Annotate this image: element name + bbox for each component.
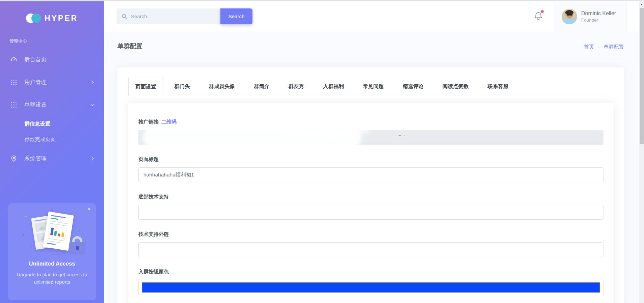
color-picker-input[interactable] (138, 280, 603, 295)
scrollbar-thumb[interactable] (640, 8, 644, 144)
tab-featured-comments[interactable]: 精选评论 (395, 77, 432, 96)
support-link-label: 技术支持外链 (138, 231, 169, 238)
user-name: Dominic Keller (581, 10, 616, 17)
map-pin-icon (10, 155, 18, 162)
search-icon (121, 13, 128, 20)
config-card: 页面设置 群门头 群成员头像 群简介 群友秀 入群福利 常见问题 精选评论 阅读… (117, 67, 624, 303)
logo-text: HYPER (45, 14, 78, 23)
search-button[interactable]: Search (220, 8, 252, 24)
logo-circles-icon (26, 13, 41, 23)
chevron-right-icon (90, 80, 95, 85)
promo-text: Upgrade to plan to get access to unlimit… (17, 271, 87, 286)
page-title-label: 页面标题 (138, 156, 159, 163)
page-title: 单群配置 (117, 42, 142, 50)
tab-page-settings[interactable]: 页面设置 (128, 77, 163, 96)
support-link-input[interactable] (138, 242, 603, 257)
upgrade-promo-card: × (8, 203, 96, 300)
sidebar-subitem-payment-complete[interactable]: 付款完成页面 (0, 132, 104, 147)
join-button-color-field: 入群按钮颜色 (138, 269, 603, 295)
gauge-icon (10, 56, 18, 63)
footer-support-label: 底部技术支持 (138, 194, 169, 200)
browser-top-edge (0, 0, 644, 1)
tab-member-avatars[interactable]: 群成员头像 (201, 77, 243, 96)
search-input[interactable] (131, 13, 212, 19)
main-content: 单群配置 首页 › 单群配置 页面设置 群门头 群成员头像 群简介 群友秀 入群… (104, 32, 639, 303)
breadcrumb: 首页 › 单群配置 (584, 44, 624, 50)
sidebar-item-user-management[interactable]: 用户管理 (0, 71, 104, 93)
mini-bar-chart (48, 225, 67, 239)
sidebar-item-system-management[interactable]: 系统管理 (0, 147, 104, 170)
sidebar-item-group-settings[interactable]: 单群设置 (0, 93, 104, 116)
sidebar-item-label: 后台首页 (24, 56, 95, 63)
tab-read-like-count[interactable]: 阅读点赞数 (434, 77, 477, 96)
tab-group-show[interactable]: 群友秀 (280, 77, 313, 96)
page-title-input[interactable] (138, 167, 603, 182)
sidebar-item-label: 单群设置 (24, 101, 90, 109)
search-box (116, 8, 220, 24)
footer-support-field: 底部技术支持 (138, 194, 603, 220)
sidebar: HYPER 管理中心 后台首页 用户管理 (0, 1, 104, 303)
qrcode-link[interactable]: 二维码 (161, 119, 177, 125)
user-role: Founder (581, 18, 616, 23)
footer-support-input[interactable] (138, 205, 603, 220)
breadcrumb-home-link[interactable]: 首页 (584, 44, 594, 50)
topbar: Search Dominic Keller Founder (104, 1, 644, 32)
scrollbar[interactable]: ▲ (639, 1, 644, 303)
notification-bell-icon[interactable] (533, 11, 545, 22)
tab-group-intro[interactable]: 群简介 (246, 77, 278, 96)
sidebar-item-dashboard[interactable]: 后台首页 (0, 48, 104, 71)
chevron-right-icon (90, 156, 95, 161)
redaction-blur (278, 119, 371, 137)
promo-link-label: 推广链接 (138, 119, 159, 125)
reports-lock-illustration (23, 213, 81, 252)
notification-dot (541, 10, 544, 13)
support-link-field: 技术支持外链 (138, 231, 603, 257)
tab-group-header[interactable]: 群门头 (166, 77, 198, 96)
app-logo[interactable]: HYPER (0, 13, 104, 23)
promo-link-field: 推广链接 二维码 ····· – ·· (138, 119, 603, 145)
join-button-color-label: 入群按钮颜色 (138, 269, 169, 275)
tab-bar: 页面设置 群门头 群成员头像 群简介 群友秀 入群福利 常见问题 精选评论 阅读… (117, 67, 624, 96)
grid-icon (10, 101, 18, 109)
breadcrumb-separator: › (598, 45, 599, 50)
page-settings-panel: 推广链接 二维码 ····· – ·· 页面标题 底部技术支持 (128, 103, 614, 303)
promo-title: Unlimited Access (8, 260, 96, 267)
avatar (562, 9, 577, 24)
breadcrumb-current[interactable]: 单群配置 (603, 44, 624, 50)
page-title-field: 页面标题 (138, 156, 603, 182)
close-icon[interactable]: × (87, 206, 91, 213)
tab-join-benefits[interactable]: 入群福利 (315, 77, 352, 96)
color-swatch (142, 282, 600, 293)
sidebar-item-label: 系统管理 (24, 155, 90, 162)
scrollbar-up-arrow[interactable]: ▲ (639, 3, 644, 6)
tab-contact-support[interactable]: 联系客服 (480, 77, 517, 96)
sidebar-subitem-group-info[interactable]: 群信息设置 (0, 116, 104, 132)
user-menu[interactable]: Dominic Keller Founder (555, 1, 627, 32)
lock-icon (69, 236, 85, 254)
tab-faq[interactable]: 常见问题 (355, 77, 392, 96)
sidebar-section-label: 管理中心 (9, 38, 104, 44)
sidebar-item-label: 用户管理 (24, 79, 90, 86)
chevron-down-icon (90, 102, 95, 108)
grid-icon (10, 79, 18, 86)
